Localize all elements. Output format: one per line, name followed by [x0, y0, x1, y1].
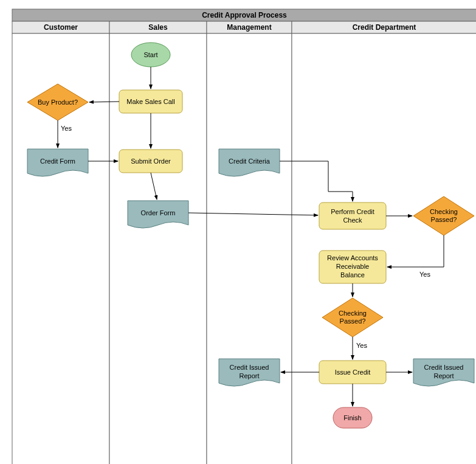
checking-passed-2-l1: Checking	[339, 310, 367, 317]
start-label: Start	[143, 51, 157, 58]
swimlane-diagram: Credit Approval Process Customer Sales M…	[6, 6, 476, 464]
finish-label: Finish	[343, 414, 361, 421]
perform-credit-check-l1: Perform Credit	[331, 208, 374, 215]
lane-body-credit	[292, 33, 476, 464]
edge-label-yes3: Yes	[356, 342, 367, 349]
review-ar-l3: Balance	[340, 271, 365, 279]
review-ar-l2: Receivable	[336, 263, 369, 270]
checking-passed-1-l2: Passed?	[431, 216, 457, 223]
checking-passed-1-l1: Checking	[430, 208, 458, 215]
lane-label-management: Management	[227, 23, 271, 32]
credit-criteria-label: Credit Criteria	[229, 158, 271, 165]
lane-body-management	[207, 33, 292, 464]
lane-label-sales: Sales	[148, 23, 168, 32]
checking-passed-2-l2: Passed?	[340, 317, 366, 325]
credit-issued-report-2-l1: Credit Issued	[424, 364, 464, 371]
review-ar-l1: Review Accounts	[327, 254, 378, 261]
lane-label-credit: Credit Department	[353, 23, 416, 32]
lane-label-customer: Customer	[44, 23, 78, 32]
edge-label-yes2: Yes	[419, 271, 430, 278]
perform-credit-check-node	[319, 203, 386, 229]
make-sales-call-label: Make Sales Call	[126, 98, 174, 105]
credit-issued-report-1-l2: Report	[239, 372, 259, 379]
credit-issued-report-2-l2: Report	[433, 372, 454, 379]
perform-credit-check-l2: Check	[343, 216, 362, 224]
issue-credit-label: Issue Credit	[335, 369, 371, 376]
edge-label-yes1: Yes	[61, 125, 72, 132]
credit-issued-report-1-l1: Credit Issued	[230, 364, 269, 371]
order-form-label: Order Form	[141, 209, 176, 216]
diagram-title: Credit Approval Process	[202, 11, 287, 19]
submit-order-label: Submit Order	[131, 158, 171, 165]
credit-form-label: Credit Form	[40, 158, 75, 165]
buy-product-label: Buy Product?	[38, 99, 78, 106]
